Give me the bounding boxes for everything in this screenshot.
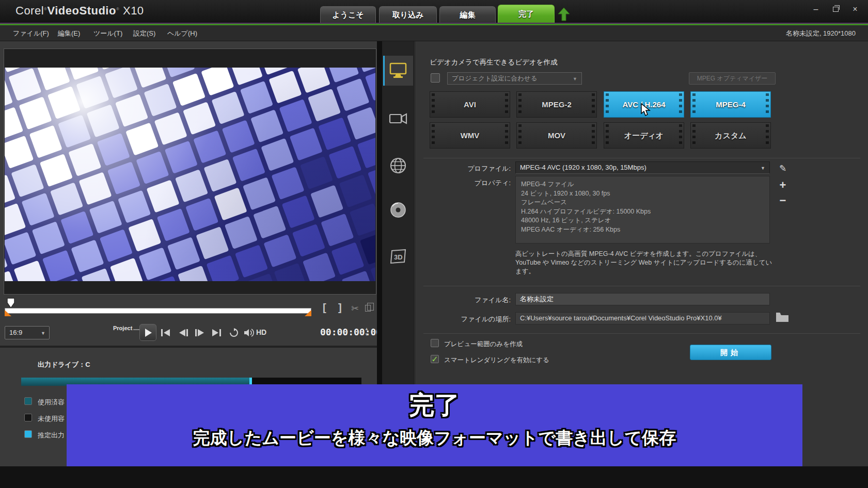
go-to-end-icon[interactable]	[209, 327, 224, 338]
category-web[interactable]	[383, 152, 413, 179]
preview-range-checkbox[interactable]: ✓	[431, 339, 439, 347]
trim-handle-start[interactable]	[5, 310, 11, 316]
disc-icon	[389, 201, 407, 219]
category-disc[interactable]	[383, 197, 413, 223]
selection-indicator	[383, 56, 385, 86]
tab-welcome[interactable]: ようこそ	[320, 6, 376, 23]
bottom-strip	[0, 466, 868, 488]
restore-icon[interactable]	[830, 5, 841, 14]
format-mov[interactable]: MOV	[516, 122, 597, 149]
category-3d-movie[interactable]: 3D	[383, 243, 413, 270]
property-line: フレームベース	[521, 198, 764, 207]
copy-icon[interactable]	[365, 305, 371, 312]
format-avi[interactable]: AVI	[430, 91, 510, 118]
file-name-label: ファイル名:	[423, 296, 511, 305]
smart-rendering-checkbox[interactable]: ✓	[431, 355, 439, 363]
video-preview-frame	[4, 48, 376, 295]
hd-toggle[interactable]: HD	[256, 328, 266, 336]
profile-description: 高ビットレートの高画質 MPEG-4 AVC ビデオを作成します。このプロファイ…	[515, 250, 776, 276]
smart-rendering-label: スマートレンダリングを有効にする	[444, 356, 549, 365]
profile-value: MPEG-4 AVC (1920 x 1080, 30p, 15Mbps)	[520, 164, 646, 171]
go-to-start-icon[interactable]	[158, 327, 173, 338]
property-line: H.264 ハイプロファイルビデオ: 15000 Kbps	[521, 207, 764, 217]
brand-prefix: Corel	[15, 4, 44, 17]
menu-bar: ファイル(F) 編集(E) ツール(T) 設定(S) ヘルプ(H) 名称未設定,…	[0, 25, 868, 41]
same-as-project-checkbox[interactable]: ✓	[431, 73, 440, 83]
light-flare	[5, 68, 375, 281]
overlay-subtitle: 完成したムービーを様々な映像フォーマットで書き出して保存	[67, 427, 802, 450]
menu-tools[interactable]: ツール(T)	[93, 29, 122, 38]
menu-file[interactable]: ファイル(F)	[13, 29, 49, 38]
file-location-input[interactable]: C:¥Users¥source tarou¥Documents¥Corel Vi…	[515, 312, 770, 324]
tab-share[interactable]: 完了	[498, 5, 555, 23]
category-computer[interactable]	[383, 56, 413, 86]
brand-version: X10	[123, 4, 144, 17]
menu-edit[interactable]: 編集(E)	[58, 29, 80, 38]
spinner-down-icon[interactable]: ▼	[364, 332, 370, 337]
app-logo: Corel®VideoStudio® X10	[15, 4, 144, 18]
section-divider	[423, 158, 860, 158]
collapse-arrow-icon[interactable]	[558, 7, 570, 24]
3d-movie-icon: 3D	[389, 249, 407, 265]
chevron-down-icon: ▼	[761, 162, 765, 174]
legend-used-label: 使用済容	[38, 398, 65, 407]
next-frame-icon[interactable]	[192, 327, 208, 338]
section-divider	[423, 286, 860, 286]
profile-select[interactable]: MPEG-4 AVC (1920 x 1080, 30p, 15Mbps) ▼	[515, 161, 770, 174]
add-profile-icon[interactable]: +	[777, 178, 789, 192]
format-mpeg2[interactable]: MPEG-2	[516, 91, 597, 118]
play-button[interactable]	[139, 324, 156, 341]
volume-icon[interactable]	[242, 327, 257, 338]
preview-range-label: プレビュー範囲のみを作成	[444, 340, 523, 349]
split-clip-icon[interactable]: ✂	[351, 303, 359, 314]
close-icon[interactable]: ×	[849, 5, 861, 14]
properties-box: MPEG-4 ファイル 24 ビット, 1920 x 1080, 30 fps …	[515, 176, 770, 243]
edit-profile-icon[interactable]: ✎	[777, 163, 789, 174]
tab-edit[interactable]: 編集	[439, 6, 496, 23]
start-button[interactable]: 開始	[690, 345, 771, 360]
file-location-label: ファイルの場所:	[423, 315, 511, 324]
output-drive-label: 出力ドライブ：C	[38, 360, 90, 369]
aspect-ratio-select[interactable]: 16:9 ▼	[5, 326, 50, 339]
title-bar: Corel®VideoStudio® X10 ようこそ 取り込み 編集 完了 –…	[0, 0, 868, 23]
minimize-icon[interactable]: –	[810, 5, 822, 14]
trim-handle-end[interactable]	[305, 310, 311, 316]
mark-out-icon[interactable]: ]	[338, 302, 342, 314]
legend-free-swatch	[24, 414, 32, 421]
spinner-up-icon[interactable]: ▲	[364, 326, 370, 332]
format-custom[interactable]: カスタム	[690, 122, 771, 149]
overlay-title: 完了	[67, 388, 802, 422]
format-audio[interactable]: オーディオ	[604, 122, 684, 149]
category-device[interactable]	[383, 105, 413, 132]
menu-settings[interactable]: 設定(S)	[133, 29, 155, 38]
legend-estimated-swatch	[24, 430, 32, 438]
browse-folder-icon[interactable]	[776, 312, 789, 325]
profile-label: プロファイル:	[423, 164, 511, 173]
svg-text:3D: 3D	[394, 253, 403, 261]
repeat-icon[interactable]	[226, 327, 242, 338]
tab-capture[interactable]: 取り込み	[379, 6, 437, 23]
format-mpeg4[interactable]: MPEG-4	[690, 91, 771, 118]
property-line: 24 ビット, 1920 x 1080, 30 fps	[521, 189, 764, 199]
monitor-icon	[389, 62, 407, 79]
file-name-input[interactable]: 名称未設定	[515, 293, 770, 305]
timeline-scrubber[interactable]	[5, 308, 311, 314]
panel-header: ビデオカメラで再生できるビデオを作成	[430, 58, 557, 67]
check-icon: ✓	[431, 355, 438, 364]
previous-frame-icon[interactable]	[176, 327, 191, 338]
menu-help[interactable]: ヘルプ(H)	[167, 29, 197, 38]
format-wmv[interactable]: WMV	[430, 122, 510, 149]
video-preview-image	[5, 68, 375, 281]
mpeg-optimizer-button[interactable]: MPEG オプティマイザー	[689, 72, 776, 85]
property-line: 48000 Hz, 16 ビット, ステレオ	[521, 216, 764, 225]
same-as-project-value: プロジェクト設定に合わせる	[452, 75, 537, 82]
brand-name: VideoStudio	[47, 4, 116, 17]
document-status: 名称未設定, 1920*1080	[786, 29, 856, 38]
same-as-project-select[interactable]: プロジェクト設定に合わせる ▼	[447, 72, 582, 85]
mark-in-icon[interactable]: [	[323, 302, 326, 314]
legend-estimated-label: 推定出力	[38, 431, 65, 440]
remove-profile-icon[interactable]: −	[777, 194, 789, 207]
timecode-spinner[interactable]: ▲ ▼	[364, 326, 370, 338]
window-controls: – ×	[810, 5, 861, 14]
panel-divider	[0, 346, 377, 348]
